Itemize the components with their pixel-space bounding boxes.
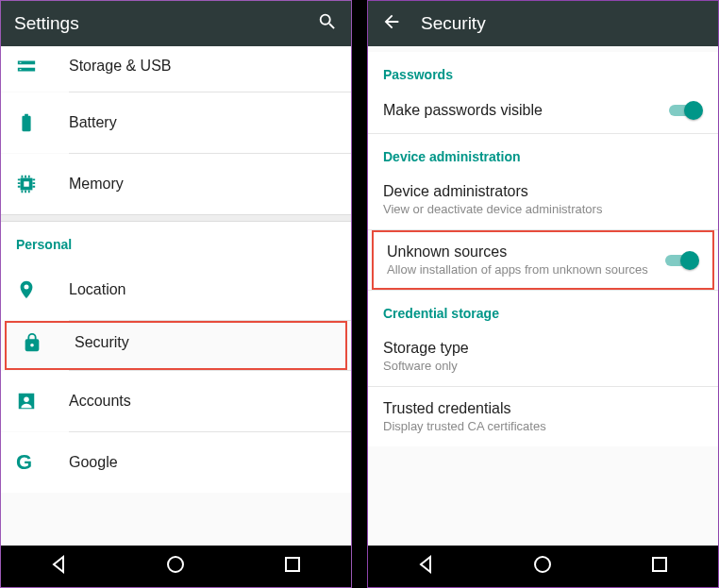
location-icon bbox=[16, 279, 69, 300]
list-item-label: Battery bbox=[69, 114, 117, 131]
row-unknown-sources[interactable]: Unknown sources Allow installation of ap… bbox=[374, 232, 712, 288]
account-icon bbox=[16, 391, 69, 412]
storage-icon bbox=[16, 56, 69, 76]
security-screen: Security Passwords Make passwords visibl… bbox=[367, 0, 719, 588]
svg-point-3 bbox=[24, 396, 29, 402]
svg-rect-1 bbox=[20, 69, 22, 70]
list-item-label: Memory bbox=[69, 176, 124, 193]
section-credential-storage: Credential storage bbox=[368, 291, 718, 327]
highlight-security: Security bbox=[5, 321, 347, 370]
home-nav-icon[interactable] bbox=[531, 553, 554, 580]
memory-icon bbox=[16, 174, 69, 194]
highlight-unknown-sources: Unknown sources Allow installation of ap… bbox=[372, 230, 714, 290]
recent-nav-icon[interactable] bbox=[648, 553, 671, 580]
svg-point-4 bbox=[168, 557, 183, 572]
row-trusted-credentials[interactable]: Trusted credentials Display trusted CA c… bbox=[368, 387, 718, 446]
section-divider bbox=[1, 214, 351, 222]
list-item-location[interactable]: Location bbox=[1, 260, 351, 320]
row-subtitle: Software only bbox=[383, 359, 703, 373]
row-subtitle: Allow installation of apps from unknown … bbox=[387, 262, 654, 277]
back-icon[interactable] bbox=[381, 11, 402, 36]
svg-rect-0 bbox=[20, 62, 22, 63]
category-personal: Personal bbox=[1, 222, 351, 260]
section-passwords: Passwords bbox=[368, 52, 718, 88]
toggle-unknown-sources[interactable] bbox=[665, 251, 699, 270]
list-item-memory[interactable]: Memory bbox=[1, 154, 351, 214]
svg-rect-7 bbox=[653, 558, 666, 571]
list-item-google[interactable]: G Google bbox=[1, 432, 351, 493]
row-make-passwords-visible[interactable]: Make passwords visible bbox=[368, 88, 718, 133]
google-icon: G bbox=[16, 450, 69, 475]
appbar: Security bbox=[368, 1, 718, 46]
section-device-admin: Device administration bbox=[368, 134, 718, 170]
recent-nav-icon[interactable] bbox=[281, 553, 304, 580]
back-nav-icon[interactable] bbox=[48, 553, 71, 580]
row-title: Storage type bbox=[383, 340, 703, 357]
appbar: Settings bbox=[1, 1, 351, 46]
list-item-label: Storage & USB bbox=[69, 58, 172, 75]
row-title: Trusted credentials bbox=[383, 400, 703, 417]
list-item-label: Location bbox=[69, 281, 126, 298]
back-nav-icon[interactable] bbox=[415, 553, 438, 580]
security-list[interactable]: Passwords Make passwords visible Device … bbox=[368, 46, 718, 546]
list-item-label: Google bbox=[69, 454, 118, 471]
svg-rect-2 bbox=[24, 181, 29, 187]
svg-point-6 bbox=[535, 557, 550, 572]
appbar-title: Settings bbox=[14, 13, 298, 34]
list-item-label: Accounts bbox=[69, 393, 131, 410]
row-subtitle: View or deactivate device administrators bbox=[383, 202, 703, 216]
battery-icon bbox=[16, 112, 69, 133]
list-item-battery[interactable]: Battery bbox=[1, 92, 351, 153]
appbar-title: Security bbox=[421, 13, 705, 34]
row-device-admins[interactable]: Device administrators View or deactivate… bbox=[368, 170, 718, 229]
android-navbar bbox=[368, 546, 718, 587]
search-icon[interactable] bbox=[317, 11, 338, 36]
list-item-accounts[interactable]: Accounts bbox=[1, 371, 351, 431]
row-title: Unknown sources bbox=[387, 244, 654, 260]
android-navbar bbox=[1, 546, 351, 587]
svg-rect-5 bbox=[286, 558, 299, 571]
list-item-security[interactable]: Security bbox=[7, 323, 345, 368]
row-title: Make passwords visible bbox=[383, 102, 658, 119]
row-storage-type[interactable]: Storage type Software only bbox=[368, 327, 718, 386]
settings-screen: Settings Storage & USB Battery Memory bbox=[0, 0, 352, 588]
toggle-passwords-visible[interactable] bbox=[669, 101, 703, 120]
row-subtitle: Display trusted CA certificates bbox=[383, 419, 703, 433]
lock-icon bbox=[22, 332, 75, 353]
list-item-storage[interactable]: Storage & USB bbox=[1, 46, 351, 92]
row-title: Device administrators bbox=[383, 183, 703, 200]
settings-list[interactable]: Storage & USB Battery Memory Personal Lo… bbox=[1, 46, 351, 546]
list-item-label: Security bbox=[75, 334, 129, 351]
home-nav-icon[interactable] bbox=[164, 553, 187, 580]
